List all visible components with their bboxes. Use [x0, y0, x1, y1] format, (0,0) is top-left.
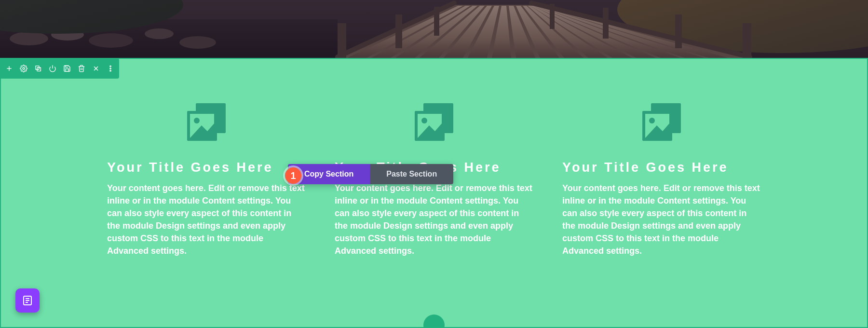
close-icon[interactable]: [92, 65, 100, 72]
step-badge-1: 1: [285, 167, 301, 184]
add-icon[interactable]: [5, 65, 13, 72]
blurb-module-3[interactable]: Your Title Goes Here Your content goes h…: [562, 97, 761, 258]
images-icon: [410, 97, 458, 146]
add-section-button[interactable]: [423, 314, 445, 328]
duplicate-icon[interactable]: [34, 65, 42, 72]
images-icon: [182, 97, 231, 146]
hero-image: [0, 0, 868, 58]
svg-point-43: [110, 66, 111, 67]
blurb-body: Your content goes here. Edit or remove t…: [107, 182, 306, 258]
blurb-module-1[interactable]: Your Title Goes Here Your content goes h…: [107, 97, 306, 258]
builder-section[interactable]: Your Title Goes Here Your content goes h…: [0, 58, 868, 328]
blurb-title: Your Title Goes Here: [107, 160, 306, 175]
svg-point-54: [421, 118, 427, 123]
power-icon[interactable]: [49, 65, 56, 72]
more-icon[interactable]: [107, 65, 114, 72]
blurb-title: Your Title Goes Here: [562, 160, 761, 175]
svg-point-44: [110, 68, 111, 69]
blurb-body: Your content goes here. Edit or remove t…: [335, 182, 533, 258]
paste-section-button[interactable]: Paste Section: [370, 164, 453, 184]
notes-button[interactable]: [15, 288, 40, 313]
blurb-body: Your content goes here. Edit or remove t…: [562, 182, 761, 258]
columns-row: Your Title Goes Here Your content goes h…: [1, 59, 867, 258]
trash-icon[interactable]: [78, 65, 85, 72]
section-context-menu: Copy Section Paste Section: [288, 164, 453, 184]
save-icon[interactable]: [63, 65, 71, 72]
gear-icon[interactable]: [20, 65, 27, 72]
svg-point-37: [23, 68, 25, 69]
svg-point-49: [194, 118, 200, 123]
section-toolbar: [0, 58, 119, 79]
svg-point-59: [649, 118, 655, 123]
images-icon: [637, 97, 686, 146]
svg-point-45: [110, 70, 111, 71]
